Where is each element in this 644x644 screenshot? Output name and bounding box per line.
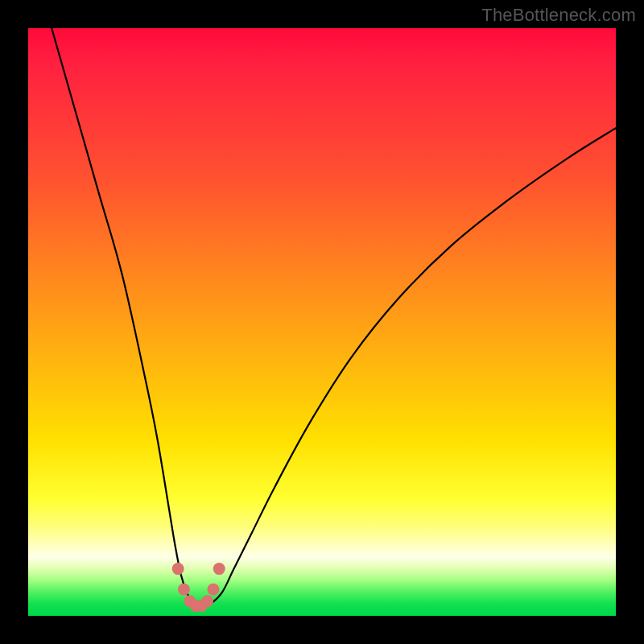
trough-marker	[207, 584, 219, 596]
trough-marker	[213, 563, 225, 575]
curve-layer	[28, 28, 616, 616]
attribution-text: TheBottleneck.com	[481, 5, 636, 26]
bottleneck-curve	[52, 28, 616, 608]
trough-marker	[172, 563, 184, 575]
trough-marker	[201, 595, 213, 607]
trough-marker	[178, 584, 190, 596]
trough-markers	[172, 563, 225, 612]
plot-area	[28, 28, 616, 616]
chart-frame: TheBottleneck.com	[0, 0, 644, 644]
